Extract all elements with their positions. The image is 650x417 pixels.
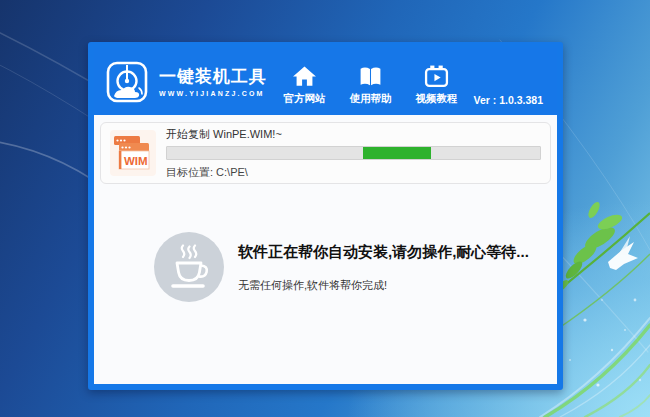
- svg-text:WIM: WIM: [124, 155, 148, 167]
- nav-video-tutorial[interactable]: 视频教程: [416, 64, 458, 106]
- progress-bar-track: [166, 146, 541, 160]
- app-logo-text: 一键装机工具 WWW.YIJIANZJ.COM: [159, 67, 267, 97]
- video-icon: [424, 64, 449, 89]
- bird-art: [608, 236, 638, 270]
- version-label: Ver : 1.0.3.381: [474, 94, 543, 115]
- coffee-cup-icon: [167, 244, 211, 290]
- window-header: 一键装机工具 WWW.YIJIANZJ.COM 官方网站 使用帮助: [94, 48, 557, 115]
- home-icon: [292, 64, 317, 89]
- waiting-title: 软件正在帮你自动安装,请勿操作,耐心等待...: [238, 243, 529, 261]
- copy-status-text: 开始复制 WinPE.WIM!~: [166, 128, 541, 141]
- app-logo-icon: [105, 60, 149, 104]
- target-location-text: 目标位置: C:\PE\: [166, 166, 541, 179]
- progress-bar-fill: [363, 147, 431, 159]
- nav-label: 使用帮助: [350, 92, 392, 106]
- wim-file-icon: WIM: [110, 130, 156, 176]
- nav-help[interactable]: 使用帮助: [350, 64, 392, 106]
- desktop-wallpaper: 一键装机工具 WWW.YIJIANZJ.COM 官方网站 使用帮助: [0, 0, 650, 417]
- header-nav: 官方网站 使用帮助 视频教程: [284, 58, 458, 106]
- waiting-subtitle: 无需任何操作,软件将帮你完成!: [238, 279, 529, 292]
- waiting-message-text: 软件正在帮你自动安装,请勿操作,耐心等待... 无需任何操作,软件将帮你完成!: [238, 243, 529, 292]
- waiting-message: 软件正在帮你自动安装,请勿操作,耐心等待... 无需任何操作,软件将帮你完成!: [154, 232, 557, 302]
- coffee-badge: [154, 232, 224, 302]
- app-title: 一键装机工具: [159, 67, 267, 87]
- book-icon: [358, 64, 383, 89]
- nav-label: 官方网站: [284, 92, 326, 106]
- nav-official-site[interactable]: 官方网站: [284, 64, 326, 106]
- progress-details: 开始复制 WinPE.WIM!~ 目标位置: C:\PE\: [166, 128, 541, 179]
- app-subtitle-url: WWW.YIJIANZJ.COM: [159, 90, 267, 97]
- installer-window: 一键装机工具 WWW.YIJIANZJ.COM 官方网站 使用帮助: [88, 42, 563, 390]
- progress-panel: WIM 开始复制 WinPE.WIM!~ 目标位置: C:\PE\: [100, 122, 551, 184]
- nav-label: 视频教程: [416, 92, 458, 106]
